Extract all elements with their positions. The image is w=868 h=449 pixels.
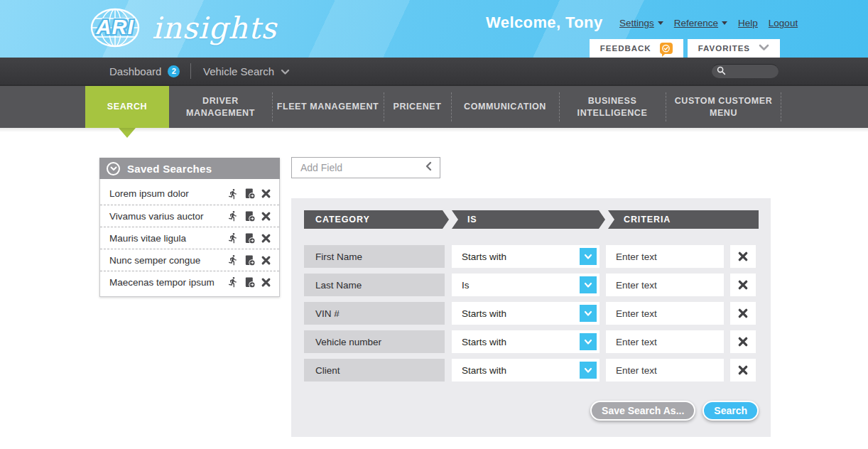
- delete-icon: [737, 308, 749, 319]
- operator-value: Starts with: [462, 365, 506, 376]
- collapse-panel-icon[interactable]: [107, 162, 120, 175]
- list-item: Vivamus varius auctor: [100, 205, 279, 227]
- remove-row-button[interactable]: [730, 330, 756, 353]
- list-item: Nunc semper congue: [100, 249, 279, 271]
- operator-select[interactable]: Is: [452, 274, 600, 296]
- ari-logo-text: ARI: [97, 16, 134, 39]
- nav-tabs: Search Driver Management Fleet Managemen…: [0, 86, 868, 128]
- search-builder-panel: CATEGORY IS CRITERIA First Name Starts w…: [291, 198, 771, 437]
- vehicle-search-menu-item[interactable]: Vehicle Search: [203, 58, 290, 85]
- reference-link[interactable]: Reference: [674, 18, 727, 28]
- dropdown-chevron-icon[interactable]: [580, 248, 597, 265]
- list-item: Mauris vitae ligula: [100, 227, 279, 249]
- search-button[interactable]: Search: [702, 401, 759, 421]
- tab-business-intelligence[interactable]: Business Intelligence: [559, 86, 666, 128]
- subnav-divider: [190, 63, 191, 79]
- delete-icon[interactable]: [261, 255, 271, 266]
- run-icon[interactable]: [227, 232, 239, 244]
- vehicle-search-chevron-down-icon: [281, 65, 290, 77]
- settings-link[interactable]: Settings: [619, 18, 663, 28]
- delete-icon[interactable]: [261, 233, 271, 244]
- tab-search[interactable]: Search: [85, 86, 169, 128]
- saved-searches-panel: Saved Searches Lorem ipsum dolor Vivamus…: [99, 158, 280, 297]
- delete-icon[interactable]: [261, 211, 271, 222]
- tab-pricenet[interactable]: PriceNet: [384, 86, 451, 128]
- operator-select[interactable]: Starts with: [452, 359, 600, 382]
- operator-value: Starts with: [462, 251, 506, 262]
- save-search-as-button[interactable]: Save Search As...: [590, 401, 695, 421]
- operator-select[interactable]: Starts with: [452, 330, 600, 353]
- app-header: ARI insights Welcome, Tony Settings Refe…: [0, 0, 868, 58]
- tab-driver-management[interactable]: Driver Management: [169, 86, 272, 128]
- run-icon[interactable]: [227, 188, 239, 200]
- global-search-input[interactable]: [729, 67, 774, 77]
- quick-buttons: FEEDBACK FAVORITES: [590, 39, 780, 58]
- search-icon: [717, 65, 726, 78]
- remove-row-button[interactable]: [730, 245, 756, 268]
- list-item: Lorem ipsum dolor: [100, 183, 279, 205]
- operator-select[interactable]: Starts with: [452, 302, 600, 325]
- help-link[interactable]: Help: [738, 18, 758, 28]
- logo: ARI insights: [89, 6, 277, 50]
- feedback-button[interactable]: FEEDBACK: [590, 39, 683, 58]
- welcome-message: Welcome, Tony: [486, 13, 603, 32]
- saved-searches-list: Lorem ipsum dolor Vivamus varius auctor …: [99, 179, 280, 297]
- operator-value: Starts with: [462, 308, 506, 319]
- column-header-criteria: CRITERIA: [608, 210, 759, 229]
- saved-search-name: Nunc semper congue: [109, 255, 227, 266]
- delete-icon: [737, 279, 749, 291]
- criteria-input[interactable]: [606, 274, 724, 296]
- table-row: Vehicle number Starts with: [304, 330, 759, 353]
- favorites-chevron-down-icon: [759, 44, 769, 53]
- delete-icon: [737, 251, 749, 262]
- feedback-chat-icon: [660, 43, 673, 54]
- remove-row-button[interactable]: [730, 302, 756, 325]
- criteria-field: [606, 330, 724, 353]
- tab-custom-customer-menu[interactable]: Custom Customer Menu: [666, 86, 781, 128]
- run-icon[interactable]: [227, 276, 239, 288]
- dropdown-chevron-icon[interactable]: [580, 362, 597, 379]
- export-icon[interactable]: [244, 232, 256, 244]
- ari-globe-logo-icon: ARI: [89, 6, 141, 50]
- export-icon[interactable]: [244, 254, 256, 266]
- criteria-input[interactable]: [606, 245, 724, 268]
- criteria-input[interactable]: [606, 330, 724, 353]
- delete-icon: [737, 336, 749, 347]
- collapse-left-chevron-icon[interactable]: [425, 161, 432, 174]
- delete-icon[interactable]: [261, 188, 271, 199]
- operator-value: Starts with: [462, 337, 506, 347]
- category-cell: Last Name: [304, 274, 445, 296]
- delete-icon[interactable]: [261, 277, 271, 288]
- remove-row-button[interactable]: [730, 359, 756, 382]
- sub-navbar: Dashboard 2 Vehicle Search: [0, 58, 868, 85]
- dropdown-chevron-icon[interactable]: [580, 276, 597, 293]
- logout-link[interactable]: Logout: [769, 18, 798, 28]
- criteria-input[interactable]: [606, 302, 724, 325]
- reference-caret-icon: [722, 21, 727, 25]
- export-icon[interactable]: [244, 188, 256, 200]
- header-links: Settings Reference Help Logout: [619, 18, 798, 28]
- dropdown-chevron-icon[interactable]: [580, 333, 597, 350]
- dropdown-chevron-icon[interactable]: [580, 305, 597, 322]
- saved-search-name: Mauris vitae ligula: [109, 233, 227, 244]
- favorites-button[interactable]: FAVORITES: [688, 39, 780, 58]
- add-field-input[interactable]: [300, 162, 425, 173]
- criteria-input[interactable]: [606, 359, 724, 382]
- operator-select[interactable]: Starts with: [452, 245, 600, 268]
- remove-row-button[interactable]: [730, 274, 756, 296]
- dashboard-menu-item[interactable]: Dashboard 2: [109, 58, 180, 85]
- global-search-box[interactable]: [712, 64, 779, 78]
- favorites-label: FAVORITES: [698, 44, 750, 53]
- run-icon[interactable]: [227, 210, 239, 222]
- export-icon[interactable]: [244, 276, 256, 288]
- run-icon[interactable]: [227, 254, 239, 266]
- tab-communication[interactable]: Communication: [451, 86, 559, 128]
- feedback-label: FEEDBACK: [600, 44, 651, 53]
- tab-fleet-management[interactable]: Fleet Management: [272, 86, 384, 128]
- column-header-category: CATEGORY: [304, 210, 449, 229]
- export-icon[interactable]: [244, 210, 256, 222]
- delete-icon: [737, 364, 749, 376]
- add-field-box: [291, 157, 440, 178]
- builder-rows: First Name Starts with Last Name Is: [304, 245, 759, 382]
- saved-search-actions: [227, 188, 271, 200]
